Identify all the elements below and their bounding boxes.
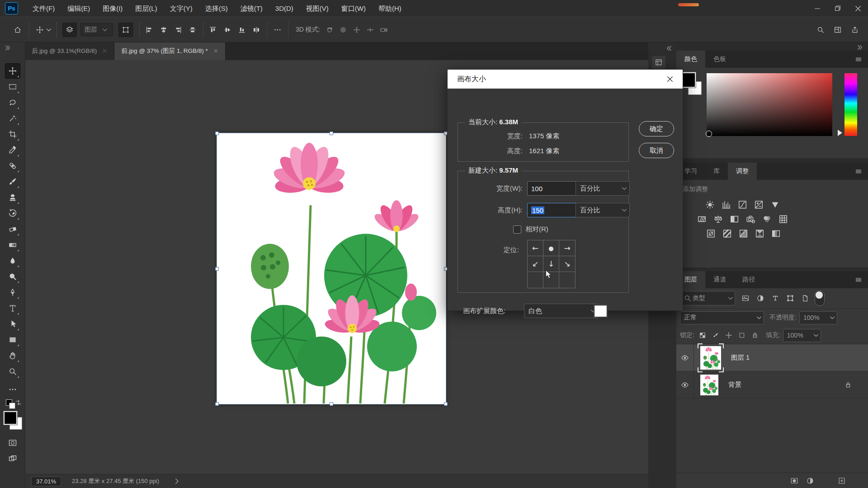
crop-tool[interactable]	[5, 127, 20, 141]
dist-left-icon[interactable]	[252, 26, 260, 34]
eraser-tool[interactable]	[5, 222, 20, 236]
hamburger-icon[interactable]	[854, 271, 863, 288]
share-icon[interactable]	[851, 26, 859, 34]
layer-thumbnail[interactable]	[700, 346, 721, 370]
foreground-color-swatch[interactable]	[4, 411, 17, 425]
menu-item-2[interactable]: 图像(I)	[96, 0, 129, 17]
menu-item-0[interactable]: 文件(F)	[26, 0, 61, 17]
adjustments-tab-1[interactable]: 库	[705, 163, 728, 180]
color-swatches[interactable]	[3, 411, 23, 431]
menu-item-1[interactable]: 编辑(E)	[61, 0, 96, 17]
tab-close-icon[interactable]	[213, 48, 218, 53]
new-width-unit-dropdown[interactable]: 百分比	[576, 181, 630, 196]
move-tool-icon[interactable]	[36, 26, 44, 34]
adj-hue-saturation-icon[interactable]	[696, 214, 708, 224]
delete-layer-icon[interactable]	[854, 477, 862, 485]
adj-channel-mixer-icon[interactable]	[761, 214, 773, 224]
pixel-layer-filter-icon[interactable]	[741, 294, 750, 302]
swap-colors-icon[interactable]	[14, 399, 21, 407]
menu-item-4[interactable]: 文字(Y)	[164, 0, 199, 17]
lock-pixels-icon[interactable]	[712, 332, 719, 339]
adjustments-tab-2[interactable]: 调整	[728, 163, 757, 180]
zoom-tool-tool[interactable]	[5, 364, 20, 379]
fill-dropdown[interactable]: 100%	[783, 329, 821, 342]
menu-item-5[interactable]: 选择(S)	[199, 0, 234, 17]
adj-threshold-icon[interactable]	[738, 229, 749, 239]
adj-posterize-icon[interactable]	[722, 229, 733, 239]
hue-slider-pointer[interactable]	[838, 130, 842, 136]
tab-close-icon[interactable]	[102, 48, 107, 53]
new-width-input[interactable]: 100	[527, 181, 579, 196]
layers-tab-1[interactable]: 通道	[705, 271, 734, 288]
menu-item-7[interactable]: 3D(D)	[269, 0, 300, 17]
anchor-cell-6[interactable]	[528, 272, 543, 288]
brush-tool[interactable]	[5, 174, 20, 189]
close-icon[interactable]	[666, 75, 673, 83]
move-tool[interactable]	[5, 64, 20, 78]
rectangle-tool-tool[interactable]	[5, 333, 20, 347]
dialog-titlebar[interactable]: 画布大小	[448, 70, 683, 89]
link-layers-icon[interactable]	[759, 477, 767, 485]
gradient-tool-tool[interactable]	[5, 238, 20, 252]
layer-filter-type-dropdown[interactable]: 类型	[680, 291, 735, 305]
menu-item-9[interactable]: 窗口(W)	[335, 0, 372, 17]
layer-visibility-toggle[interactable]	[676, 344, 694, 371]
shape-filter-icon[interactable]	[786, 294, 794, 302]
hamburger-icon[interactable]	[854, 163, 863, 180]
adj-gradient-map-icon[interactable]	[770, 229, 782, 239]
opacity-dropdown[interactable]: 100%	[799, 311, 837, 324]
blend-mode-dropdown[interactable]: 正常	[680, 311, 764, 324]
align-left-icon[interactable]	[145, 26, 153, 34]
layer-filter-toggle[interactable]	[815, 291, 825, 306]
menu-item-3[interactable]: 图层(L)	[129, 0, 163, 17]
hue-slider[interactable]	[844, 73, 857, 136]
adj-photo-filter-icon[interactable]	[745, 214, 756, 224]
type-filter-icon[interactable]	[771, 294, 779, 302]
history-brush-tool[interactable]	[5, 206, 20, 221]
anchor-cell-1-dot[interactable]: ●	[543, 240, 559, 256]
group-layers-icon[interactable]	[822, 477, 830, 485]
3d-slide-icon[interactable]	[366, 26, 374, 34]
hamburger-icon[interactable]	[854, 51, 863, 68]
auto-select-toggle[interactable]	[62, 23, 77, 37]
saturation-brightness-field[interactable]	[707, 73, 832, 136]
color-tab-0[interactable]: 颜色	[676, 51, 705, 68]
layers-tab-2[interactable]: 路径	[734, 271, 763, 288]
show-transform-controls-toggle[interactable]	[118, 23, 133, 37]
zoom-level-field[interactable]: 37.01%	[31, 477, 61, 486]
menu-item-6[interactable]: 滤镜(T)	[234, 0, 269, 17]
document-tab-0[interactable]: 后.jpg @ 33.1%(RGB/8)	[25, 42, 114, 60]
ok-button[interactable]: 确定	[639, 121, 674, 136]
home-icon[interactable]	[14, 26, 22, 34]
adj-invert-icon[interactable]	[705, 229, 717, 239]
anchor-cell-3-arrow-down-left[interactable]: ↙	[528, 256, 543, 272]
relative-checkbox[interactable]	[513, 225, 521, 234]
adj-levels-icon[interactable]	[721, 200, 732, 210]
layer-row-0[interactable]: 图层 1	[676, 344, 868, 371]
adj-color-balance-icon[interactable]	[712, 214, 724, 224]
adj-vibrance-icon[interactable]	[769, 200, 781, 210]
double-chevron-right-icon[interactable]	[0, 42, 10, 55]
adjustment-layer-icon[interactable]	[756, 294, 764, 302]
workspace-icon[interactable]	[834, 26, 842, 34]
canvas-image[interactable]	[217, 133, 446, 404]
new-height-input[interactable]: 150	[527, 203, 579, 217]
extension-color-dropdown[interactable]: 白色	[524, 304, 599, 318]
pen-tool[interactable]	[5, 285, 20, 300]
dodge-tool[interactable]	[5, 269, 20, 284]
default-colors-control[interactable]	[6, 399, 19, 410]
color-field-cursor[interactable]	[706, 131, 712, 137]
type-tool[interactable]	[5, 301, 20, 315]
3d-camera-icon[interactable]	[380, 26, 388, 34]
adjustment-layer-icon[interactable]	[806, 477, 814, 485]
layer-thumbnail[interactable]	[700, 375, 718, 395]
lock-position-icon[interactable]	[725, 332, 732, 339]
menu-item-10[interactable]: 帮助(H)	[372, 0, 408, 17]
smart-object-filter-icon[interactable]	[801, 294, 809, 302]
clone-stamp-tool[interactable]	[5, 190, 20, 205]
new-height-unit-dropdown[interactable]: 百分比	[576, 203, 630, 217]
chevron-right-icon[interactable]	[173, 477, 178, 485]
document-tab-1[interactable]: 前.jpg @ 37% (图层 1, RGB/8) *	[114, 42, 226, 60]
lock-transparent-icon[interactable]	[699, 332, 706, 339]
double-chevron-left-icon[interactable]	[665, 44, 672, 52]
